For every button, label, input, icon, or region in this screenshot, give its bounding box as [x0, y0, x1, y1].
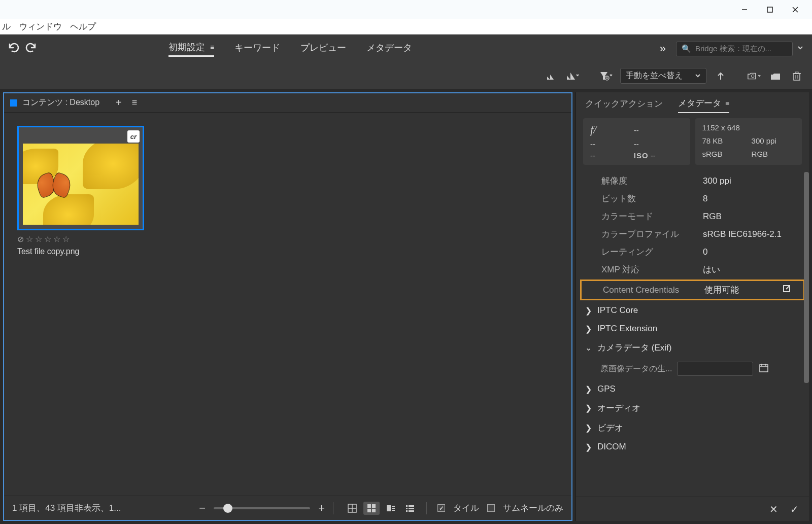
thumbnail-item[interactable]: cr ⊘ ☆ ☆ ☆ ☆ ☆: [17, 126, 144, 256]
add-tab-icon[interactable]: +: [116, 97, 122, 109]
minimize-button[interactable]: [732, 2, 757, 18]
open-recent-icon[interactable]: [747, 69, 761, 83]
colorspace-value: sRGB: [702, 150, 741, 160]
zoom-in-icon[interactable]: +: [318, 502, 325, 515]
close-button[interactable]: [783, 2, 808, 18]
view-list-icon[interactable]: [402, 502, 418, 515]
content-body[interactable]: cr ⊘ ☆ ☆ ☆ ☆ ☆: [4, 113, 571, 496]
delete-icon[interactable]: [790, 69, 804, 83]
meta-label: カラープロファイル: [601, 228, 703, 240]
metadata-list: 解像度300 ppi ビット数8 カラーモードRGB カラープロファイルsRGB…: [576, 172, 809, 497]
svg-rect-38: [760, 365, 768, 372]
redo-icon[interactable]: [24, 42, 37, 56]
content-panel-title: コンテンツ : Desktop: [22, 97, 99, 108]
group-dicom[interactable]: ❯DICOM: [576, 438, 809, 456]
filter-icon[interactable]: [599, 69, 613, 83]
star-icon[interactable]: ☆: [62, 234, 70, 244]
thumbnail-only-label: サムネールのみ: [503, 502, 563, 514]
view-grid-icon[interactable]: [344, 502, 360, 515]
meta-label: レーティング: [601, 246, 703, 258]
chevron-right-icon: ❯: [584, 423, 592, 433]
chevron-right-icon: ❯: [584, 324, 592, 334]
tab-metadata-panel[interactable]: メタデータ≡: [678, 97, 729, 113]
external-link-icon[interactable]: [782, 284, 791, 296]
thumbnail-only-checkbox[interactable]: [487, 504, 495, 512]
view-thumbnails-icon[interactable]: [363, 502, 380, 515]
meta-value: 300 ppi: [703, 176, 797, 186]
tab-keywords[interactable]: キーワード: [234, 41, 280, 57]
chevron-right-icon: ❯: [584, 385, 592, 394]
dimensions-value: 1152 x 648: [702, 123, 795, 133]
group-iptc-extension[interactable]: ❯IPTC Extension: [576, 320, 809, 338]
iso-label: ISO: [634, 151, 649, 160]
meta-label: カラーモード: [601, 211, 703, 222]
content-panel: コンテンツ : Desktop + ≡ cr: [3, 92, 572, 521]
sort-dropdown[interactable]: 手動を並べ替え: [620, 68, 706, 84]
group-gps[interactable]: ❯GPS: [576, 380, 809, 398]
svg-point-13: [751, 75, 754, 78]
content-credentials-badge-icon: cr: [127, 130, 140, 143]
thumbnail-size-large-icon[interactable]: [565, 69, 580, 83]
zoom-slider[interactable]: [214, 507, 310, 509]
group-video[interactable]: ❯ビデオ: [576, 418, 809, 438]
content-panel-header: コンテンツ : Desktop + ≡: [4, 93, 571, 113]
svg-rect-23: [372, 504, 376, 508]
chevron-right-icon: ❯: [584, 442, 592, 452]
rating-stars[interactable]: ⊘ ☆ ☆ ☆ ☆ ☆: [17, 234, 144, 244]
menu-item-help[interactable]: ヘルプ: [70, 21, 96, 32]
content-credentials-row[interactable]: Content Credentials 使用可能: [580, 280, 805, 300]
apply-icon[interactable]: ✓: [790, 503, 799, 515]
group-camera-data[interactable]: ⌄カメラデータ (Exif): [576, 338, 809, 358]
svg-marker-4: [547, 77, 550, 80]
undo-icon[interactable]: [8, 42, 20, 56]
cancel-icon[interactable]: ✕: [769, 503, 778, 515]
meta-value: RGB: [703, 212, 797, 222]
exif-date-input[interactable]: [677, 362, 753, 376]
svg-rect-30: [406, 505, 408, 507]
thumbnail-size-small-icon[interactable]: [544, 69, 558, 83]
thumbnail-filename: Test file copy.png: [17, 247, 144, 256]
svg-rect-31: [409, 505, 414, 507]
menu-item-window[interactable]: ウィンドウ: [19, 21, 62, 32]
view-details-icon[interactable]: [383, 502, 399, 515]
reject-icon[interactable]: ⊘: [17, 234, 24, 244]
search-input[interactable]: 🔍 Bridge 検索：現在の...: [676, 42, 793, 56]
sort-ascending-icon[interactable]: [714, 69, 728, 83]
calendar-icon[interactable]: [758, 362, 769, 375]
svg-rect-22: [367, 504, 371, 508]
chevron-down-icon: ⌄: [584, 343, 592, 353]
meta-value: sRGB IEC61966-2.1: [703, 229, 797, 239]
maximize-button[interactable]: [757, 2, 783, 18]
tile-label: タイル: [453, 502, 479, 514]
tab-default-settings[interactable]: 初期設定≡: [168, 41, 214, 57]
exif-original-date-field: 原画像データの生...: [576, 358, 809, 380]
svg-rect-24: [367, 509, 371, 512]
star-icon[interactable]: ☆: [53, 234, 60, 244]
awb-value: --: [634, 139, 683, 148]
camera-summary: f/-- ---- --ISO -- 1152 x 648 78 KB300 p…: [576, 113, 809, 172]
tab-metadata[interactable]: メタデータ: [366, 41, 412, 57]
svg-marker-7: [570, 73, 575, 80]
group-audio[interactable]: ❯オーディオ: [576, 398, 809, 418]
scrollbar[interactable]: [804, 172, 809, 383]
star-icon[interactable]: ☆: [26, 234, 33, 244]
tab-quick-actions[interactable]: クイックアクション: [585, 97, 663, 113]
panel-menu-icon[interactable]: ≡: [132, 97, 138, 108]
panel-indicator-icon: [10, 99, 17, 107]
star-icon[interactable]: ☆: [35, 234, 42, 244]
more-icon[interactable]: »: [660, 42, 666, 55]
new-folder-icon[interactable]: [768, 69, 783, 83]
meta-value: 8: [703, 194, 797, 204]
group-iptc-core[interactable]: ❯IPTC Core: [576, 301, 809, 320]
status-text: 1 項目、43 項目非表示、1...: [12, 502, 121, 514]
star-icon[interactable]: ☆: [44, 234, 51, 244]
meta-value: 0: [703, 247, 797, 257]
tab-preview[interactable]: プレビュー: [300, 41, 346, 57]
search-dropdown-chevron-icon[interactable]: [797, 44, 804, 53]
svg-marker-5: [550, 75, 554, 80]
zoom-out-icon[interactable]: −: [199, 502, 206, 515]
filesize-value: 78 KB: [702, 136, 741, 147]
menu-item-truncated[interactable]: ル: [2, 21, 11, 32]
tile-checkbox[interactable]: [437, 504, 445, 512]
svg-rect-26: [387, 505, 391, 511]
